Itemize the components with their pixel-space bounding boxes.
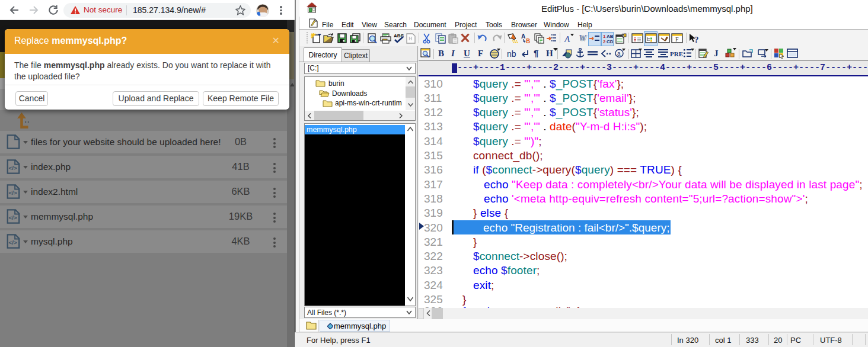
- svg-text:B: B: [526, 38, 530, 44]
- svg-text:AB: AB: [607, 34, 613, 39]
- svg-text:W: W: [579, 34, 587, 43]
- svg-text:</>: </>: [9, 214, 17, 221]
- svg-text:?: ?: [694, 35, 699, 44]
- svg-text:CD: CD: [607, 39, 613, 44]
- svg-text:</>: </>: [9, 239, 17, 246]
- svg-text:H: H: [409, 36, 413, 41]
- svg-text:A: A: [521, 33, 525, 40]
- svg-text:</>: </>: [9, 189, 17, 196]
- svg-text:2: 2: [603, 39, 606, 44]
- svg-text:1: 1: [603, 34, 606, 39]
- svg-text:a: a: [617, 50, 621, 57]
- svg-text:</>: </>: [9, 165, 17, 171]
- svg-text:A: A: [564, 34, 570, 44]
- svg-text:F: F: [675, 36, 679, 43]
